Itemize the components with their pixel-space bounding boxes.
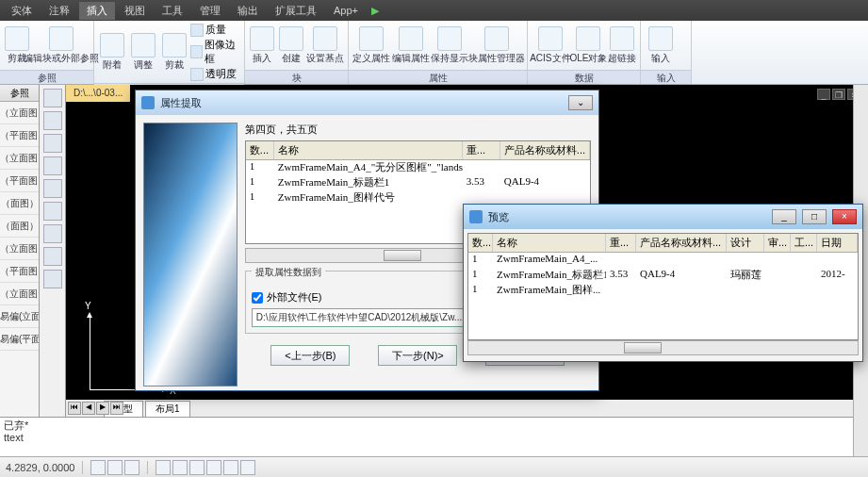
ref-item[interactable]: （面图） xyxy=(0,192,39,215)
rbtn-link[interactable]: 超链接 xyxy=(608,25,636,67)
ribbon: 剪裁 编辑块或外部参照 参照 附着 调整 剪裁 质量 图像边框 透明度 块 插入… xyxy=(0,21,868,85)
table-row[interactable]: 1ZwmFrameMain_标题栏13.53QAL9-4玛丽莲2012- xyxy=(468,268,858,283)
dialog-help-icon[interactable]: ⌄ xyxy=(568,95,593,110)
group-label: 输入 xyxy=(641,70,691,84)
ref-panel: 参照 （立面图）（平面图）（立面图）（平面图）（面图）（面图）（立面图）（平面图… xyxy=(0,85,40,417)
menu-manage[interactable]: 管理 xyxy=(192,2,228,20)
nav-first-icon[interactable]: ⏮ xyxy=(68,402,81,415)
menubar: 实体 注释 插入 视图 工具 管理 输出 扩展工具 App+ ▶ xyxy=(0,0,868,21)
dialog-title: 属性提取 xyxy=(160,96,563,110)
rbtn-adjust[interactable]: 调整 xyxy=(129,31,158,74)
otrack-icon[interactable] xyxy=(189,460,205,475)
y-label: Y xyxy=(85,301,91,311)
ref-item[interactable]: （立面图） xyxy=(0,147,39,170)
ref-item[interactable]: （面图） xyxy=(0,215,39,238)
ref-item[interactable]: （平面图） xyxy=(0,260,39,283)
tool-icon[interactable] xyxy=(43,111,62,130)
doc-tab[interactable]: D:\...\0-03... xyxy=(66,85,130,102)
command-line[interactable]: 已弃* ttext xyxy=(0,417,853,456)
menu-ext[interactable]: 扩展工具 xyxy=(268,2,324,20)
grid-icon[interactable] xyxy=(107,460,123,475)
tool-icon[interactable] xyxy=(43,270,62,288)
ortho-icon[interactable] xyxy=(124,460,139,475)
nav-last-icon[interactable]: ⏭ xyxy=(110,402,123,415)
rbtn-attrmgr[interactable]: 块属性管理器 xyxy=(470,25,523,67)
toolpalette xyxy=(40,85,66,417)
rbtn-insert[interactable]: 插入 xyxy=(249,25,276,67)
rbtn-clip2[interactable]: 剪裁 xyxy=(160,31,189,74)
table-row[interactable]: 1ZwmFrameMain_A4_"无分区图框"_"landscape xyxy=(246,160,590,175)
group-label: 参照 xyxy=(0,70,93,84)
group-label: 数据 xyxy=(528,70,640,84)
restore-icon[interactable]: ❐ xyxy=(832,89,845,100)
dialog-title: 预览 xyxy=(488,210,766,224)
play-icon[interactable]: ▶ xyxy=(371,5,379,17)
snap-icon[interactable] xyxy=(90,460,106,475)
rbtn-input[interactable]: 输入 xyxy=(645,25,677,67)
ref-item[interactable]: 易偏(平面 xyxy=(0,328,39,351)
preview-image xyxy=(143,123,237,387)
tool-icon[interactable] xyxy=(43,202,62,221)
menu-annot[interactable]: 注释 xyxy=(41,2,77,20)
nav-next-icon[interactable]: ▶ xyxy=(96,402,109,415)
ref-item[interactable]: 易偏(立面 xyxy=(0,305,39,328)
tool-icon[interactable] xyxy=(43,89,62,107)
model-icon[interactable] xyxy=(223,460,238,475)
rbtn-base[interactable]: 设置基点 xyxy=(306,25,344,67)
menu-tools[interactable]: 工具 xyxy=(155,2,190,20)
rbtn-keep[interactable]: 保持显示 xyxy=(432,25,469,67)
min-icon[interactable]: _ xyxy=(817,89,830,100)
tool-icon[interactable] xyxy=(43,179,62,198)
ref-item[interactable]: （平面图） xyxy=(0,170,39,192)
tool-icon[interactable] xyxy=(43,247,62,266)
table-row[interactable]: 1ZwmFrameMain_A4_... xyxy=(468,253,858,268)
hscroll[interactable] xyxy=(467,340,859,355)
rbtn-trans[interactable]: 透明度 xyxy=(190,67,240,81)
tab-layout1[interactable]: 布局1 xyxy=(145,401,190,417)
rbtn-ole[interactable]: OLE对象 xyxy=(571,25,606,67)
rbtn-defattr[interactable]: 定义属性 xyxy=(352,25,390,67)
min-button[interactable]: _ xyxy=(772,209,796,224)
polar-icon[interactable] xyxy=(156,460,171,475)
rbtn-editattr[interactable]: 编辑属性 xyxy=(392,25,430,67)
menu-output[interactable]: 输出 xyxy=(230,2,266,20)
ref-item[interactable]: （立面图） xyxy=(0,238,39,260)
ref-item[interactable]: （平面图） xyxy=(0,124,39,147)
nav-prev-icon[interactable]: ◀ xyxy=(82,402,95,415)
max-button[interactable]: □ xyxy=(802,209,827,224)
dyn-icon[interactable] xyxy=(240,460,255,475)
prev-button[interactable]: <上一步(B) xyxy=(270,345,350,366)
close-button[interactable]: × xyxy=(832,209,857,224)
rbtn-acis[interactable]: ACIS文件 xyxy=(532,25,569,67)
rbtn-frame[interactable]: 图像边框 xyxy=(190,38,240,66)
tool-icon[interactable] xyxy=(43,224,62,243)
coords: 4.2829, 0.0000 xyxy=(6,462,74,473)
menu-app[interactable]: App+ xyxy=(326,3,366,18)
layout-tabs: ⏮◀▶⏭ 模型 布局1 xyxy=(66,400,868,417)
ref-item[interactable]: （立面图） xyxy=(0,102,39,124)
dialog-icon xyxy=(469,210,483,223)
menu-insert[interactable]: 插入 xyxy=(79,2,115,20)
preview-table[interactable]: 数... 名称 重... 产品名称或材料... 设计 审... 工... 日期 … xyxy=(467,233,859,340)
page-indicator: 第四页，共五页 xyxy=(245,123,591,137)
rbtn-editblk[interactable]: 编辑块或外部参照 xyxy=(32,25,90,67)
ref-item[interactable]: （立面图） xyxy=(0,283,39,305)
group-label: 块 xyxy=(245,70,348,84)
group-label: 属性 xyxy=(349,70,527,84)
statusbar: 4.2829, 0.0000 xyxy=(0,456,868,477)
rbtn-create[interactable]: 创建 xyxy=(278,25,305,67)
y-axis xyxy=(90,315,90,390)
osnap-icon[interactable] xyxy=(172,460,188,475)
rbtn-quality[interactable]: 质量 xyxy=(190,23,240,37)
preview-dialog: 预览 _ □ × 数... 名称 重... 产品名称或材料... 设计 审...… xyxy=(463,204,863,362)
table-row[interactable]: 1ZwmFrameMain_标题栏13.53QAL9-4 xyxy=(246,175,590,190)
table-row[interactable]: 1ZwmFrameMain_图样... xyxy=(468,283,858,298)
menu-entity[interactable]: 实体 xyxy=(4,2,40,20)
next-button[interactable]: 下一步(N)> xyxy=(378,345,457,366)
dialog-icon xyxy=(141,96,155,109)
lwt-icon[interactable] xyxy=(206,460,221,475)
tool-icon[interactable] xyxy=(43,156,62,175)
tool-icon[interactable] xyxy=(43,134,62,153)
rbtn-attach[interactable]: 附着 xyxy=(98,31,127,74)
menu-view[interactable]: 视图 xyxy=(117,2,153,20)
